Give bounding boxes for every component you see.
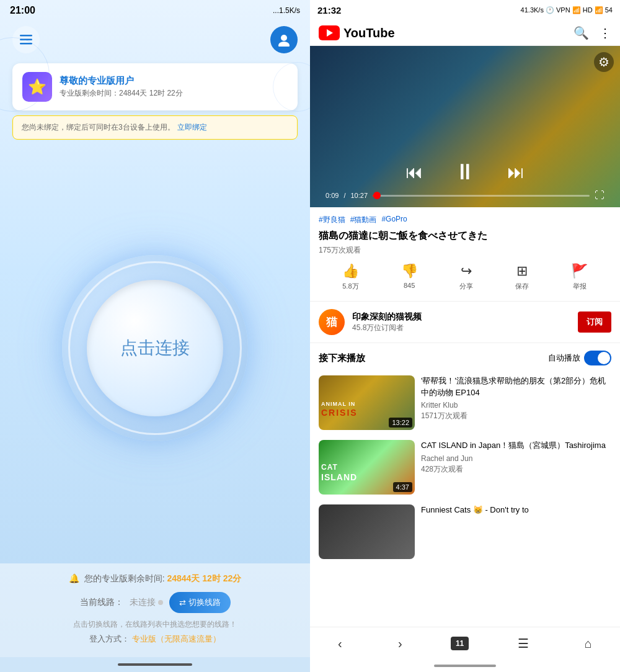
like-icon: 👍 xyxy=(342,263,359,279)
save-button[interactable]: ⊞ 保存 xyxy=(515,263,529,291)
progress-dot xyxy=(373,192,381,199)
tag-1[interactable]: #野良猫 xyxy=(319,215,345,225)
video-channel-1: Kritter Klub xyxy=(421,401,611,410)
like-button[interactable]: 👍 5.8万 xyxy=(342,263,359,291)
outer-ring: 点击连接 xyxy=(62,255,248,441)
switch-icon: ⇄ xyxy=(179,598,186,607)
fullscreen-button[interactable]: ⛶ xyxy=(595,190,604,201)
status-icons-right: 41.3K/s 🕐 VPN 📶 HD 📶 54 xyxy=(521,6,613,14)
save-label: 保存 xyxy=(515,282,529,291)
video-title-3: Funniest Cats 😸 - Don't try to xyxy=(421,504,611,516)
video-top-controls: ⚙ xyxy=(310,46,620,78)
tabs-button[interactable]: 11 xyxy=(451,637,469,650)
status-icons-left: ...1.5K/s xyxy=(273,6,300,15)
avatar-button[interactable] xyxy=(270,26,298,53)
report-icon: 🚩 xyxy=(571,263,588,279)
channel-avatar: 猫 xyxy=(319,309,345,335)
dislike-count: 845 xyxy=(404,282,415,289)
toggle-knob xyxy=(598,352,610,364)
list-item[interactable]: Funniest Cats 😸 - Don't try to xyxy=(310,500,620,564)
video-title-2: CAT ISLAND in Japan！猫島（宮城県）Tashirojima xyxy=(421,440,611,451)
binding-text: 您尚未绑定，绑定后可同时在3台设备上使用。 xyxy=(22,122,175,133)
remaining-time: 🔔 您的专业版剩余时间: 24844天 12时 22分 xyxy=(12,573,298,585)
video-title: 猫島の猫達に朝ご飯を食べさせてきた xyxy=(319,229,611,243)
thumb-overlay-2: CAT ISLAND xyxy=(321,463,357,482)
share-icon: ↪ xyxy=(461,263,472,279)
time-right: 21:32 xyxy=(317,5,341,16)
action-buttons: 👍 5.8万 👎 845 ↪ 分享 ⊞ 保存 🚩 举报 xyxy=(319,263,611,293)
subscribe-button[interactable]: 订阅 xyxy=(578,311,611,333)
user-remaining: 专业版剩余时间：24844天 12时 22分 xyxy=(60,88,183,99)
dislike-icon: 👎 xyxy=(401,263,418,279)
status-bar-right: 21:32 41.3K/s 🕐 VPN 📶 HD 📶 54 xyxy=(310,0,620,20)
video-views-2: 428万次观看 xyxy=(421,464,611,475)
channel-info: 猫 印象深刻的猫视频 45.8万位订阅者 订阅 xyxy=(310,302,620,343)
login-mode-label: 登入方式： xyxy=(89,634,130,643)
save-icon: ⊞ xyxy=(516,263,528,279)
back-button[interactable]: ‹ xyxy=(330,634,350,653)
home-indicator-right xyxy=(434,665,496,667)
playback-buttons: ⏮ ⏸ ⏭ xyxy=(405,159,525,185)
report-button[interactable]: 🚩 举报 xyxy=(571,263,588,291)
youtube-panel: 21:32 41.3K/s 🕐 VPN 📶 HD 📶 54 YouTube 🔍 … xyxy=(310,0,620,672)
forward-button[interactable]: › xyxy=(391,634,410,653)
channel-subs: 45.8万位订阅者 xyxy=(352,323,570,333)
route-status: 未连接 xyxy=(130,597,163,608)
dislike-button[interactable]: 👎 845 xyxy=(401,263,418,291)
tag-2[interactable]: #猫動画 xyxy=(350,215,377,225)
autoplay-label: 自动播放 xyxy=(548,352,580,364)
pause-button[interactable]: ⏸ xyxy=(454,159,476,185)
autoplay-toggle[interactable]: 自动播放 xyxy=(548,351,611,365)
connect-text: 点击连接 xyxy=(120,336,190,360)
youtube-logo-text: YouTube xyxy=(343,26,395,40)
top-bar-left xyxy=(0,21,310,58)
video-title-1: '帮帮我！'流浪猫恳求帮助他的朋友（第2部分）危机中的动物 EP104 xyxy=(421,375,611,398)
list-item[interactable]: ANIMAL IN CRISIS 13:22 '帮帮我！'流浪猫恳求帮助他的朋友… xyxy=(310,370,620,435)
connect-button[interactable]: 点击连接 xyxy=(87,280,223,416)
video-views: 175万次观看 xyxy=(319,245,611,256)
video-meta-3: Funniest Cats 😸 - Don't try to xyxy=(421,504,611,559)
remaining-label: 您的专业版剩余时间: xyxy=(84,573,165,583)
previous-button[interactable]: ⏮ xyxy=(405,162,423,182)
thumb-overlay-1: ANIMAL IN CRISIS xyxy=(321,401,358,418)
status-dot xyxy=(158,600,163,605)
home-button[interactable]: ⌂ xyxy=(577,634,600,653)
video-meta-1: '帮帮我！'流浪猫恳求帮助他的朋友（第2部分）危机中的动物 EP104 Krit… xyxy=(421,375,611,430)
vpn-panel: 21:00 ...1.5K/s ⭐ 尊敬的专业版用户 专业版剩余时间：248 xyxy=(0,0,310,672)
user-title: 尊敬的专业版用户 xyxy=(60,75,183,87)
thumbnail-2: CAT ISLAND 4:37 xyxy=(319,440,415,495)
up-next-label: 接下来播放 xyxy=(319,352,365,364)
video-settings-button[interactable]: ⚙ xyxy=(594,52,614,72)
channel-details: 印象深刻的猫视频 45.8万位订阅者 xyxy=(352,311,570,333)
channel-name[interactable]: 印象深刻的猫视频 xyxy=(352,311,570,323)
route-selector: 当前线路： 未连接 ⇄ 切换线路 xyxy=(12,592,298,613)
video-views-1: 1571万次观看 xyxy=(421,411,611,421)
switch-route-button[interactable]: ⇄ 切换线路 xyxy=(169,592,231,613)
more-options-button[interactable]: ⋮ xyxy=(599,25,611,40)
next-button[interactable]: ⏭ xyxy=(507,162,525,182)
tag-3[interactable]: #GoPro xyxy=(381,215,407,225)
video-player[interactable]: ⚙ ⏮ ⏸ ⏭ 0:09 / 10:27 ⛶ xyxy=(310,46,620,207)
time-left: 21:00 xyxy=(10,5,35,16)
video-info: #野良猫 #猫動画 #GoPro 猫島の猫達に朝ご飯を食べさせてきた 175万次… xyxy=(310,207,620,302)
progress-bar[interactable] xyxy=(373,195,590,197)
video-tags: #野良猫 #猫動画 #GoPro xyxy=(319,215,611,225)
bottom-indicator-left xyxy=(0,657,310,672)
route-label: 当前线路： xyxy=(80,597,123,608)
menu-button[interactable]: ☰ xyxy=(510,634,536,653)
list-item[interactable]: CAT ISLAND 4:37 CAT ISLAND in Japan！猫島（宮… xyxy=(310,435,620,500)
bind-link[interactable]: 立即绑定 xyxy=(177,122,207,133)
bottom-navigation: ‹ › 11 ☰ ⌂ xyxy=(310,627,620,660)
login-mode: 登入方式： 专业版（无限高速流量） xyxy=(12,634,298,645)
video-controls: ⏮ ⏸ ⏭ 0:09 / 10:27 ⛶ xyxy=(310,159,620,207)
toggle-switch[interactable] xyxy=(584,351,611,365)
share-button[interactable]: ↪ 分享 xyxy=(459,263,473,291)
report-label: 举报 xyxy=(573,282,587,291)
speed-indicator-left: ...1.5K/s xyxy=(273,6,300,15)
search-button[interactable]: 🔍 xyxy=(574,25,589,40)
youtube-header-icons: 🔍 ⋮ xyxy=(574,25,611,40)
video-duration-2: 4:37 xyxy=(393,482,412,492)
connect-area: 点击连接 xyxy=(0,132,310,563)
share-label: 分享 xyxy=(459,282,473,291)
thumbnail-1: ANIMAL IN CRISIS 13:22 xyxy=(319,375,415,430)
